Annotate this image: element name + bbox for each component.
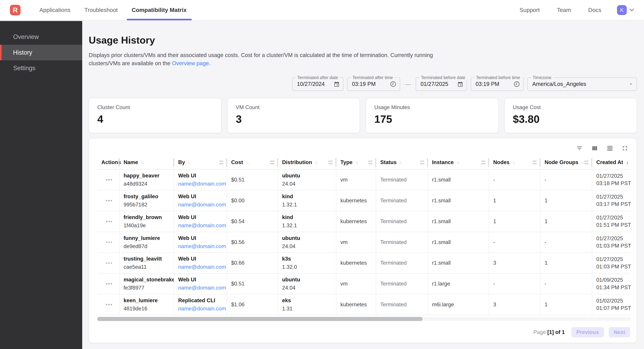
col-label: Actions bbox=[101, 159, 121, 165]
terminated-before-date-field[interactable]: Terminated before date 01/27/2025 bbox=[416, 77, 467, 91]
sidebar-item-settings[interactable]: Settings bbox=[0, 60, 82, 76]
col-header-name[interactable]: Name↑↓ bbox=[120, 156, 174, 169]
cell-email-link[interactable]: name@domain.com bbox=[178, 202, 224, 208]
clock-icon[interactable] bbox=[390, 81, 396, 87]
cell-status: Terminated bbox=[380, 260, 425, 266]
row-actions-button[interactable] bbox=[97, 170, 120, 190]
column-menu-icon[interactable] bbox=[219, 161, 224, 164]
cell-by: Web UI bbox=[178, 256, 224, 262]
cell-created-time: 01:07 PM PST bbox=[596, 305, 629, 312]
row-actions-button[interactable] bbox=[97, 253, 120, 273]
cell-name: keen_lumiere bbox=[124, 298, 171, 304]
replicated-logo[interactable]: R bbox=[10, 5, 20, 15]
cell-email-link[interactable]: name@domain.com bbox=[178, 306, 224, 312]
top-nav-tabs: Applications Troubleshoot Compatibility … bbox=[34, 0, 196, 20]
col-header-distribution[interactable]: Distribution↑↓ bbox=[278, 156, 336, 169]
col-header-instance[interactable]: Instance↑↓ bbox=[428, 156, 489, 169]
sort-arrows-icon[interactable]: ↑↓ bbox=[512, 160, 515, 165]
col-header-type[interactable]: Type↑↓ bbox=[336, 156, 376, 169]
cell-status: Terminated bbox=[380, 239, 425, 245]
sort-arrows-icon[interactable]: ↑↓ bbox=[314, 160, 317, 165]
calendar-icon[interactable] bbox=[334, 81, 340, 87]
horizontal-scrollbar-thumb[interactable] bbox=[97, 317, 422, 321]
timezone-label: Timezone bbox=[531, 75, 553, 80]
column-menu-icon[interactable] bbox=[481, 161, 486, 164]
terminated-after-date-field[interactable]: Terminated after date 10/27/2024 bbox=[292, 77, 343, 91]
row-actions-button[interactable] bbox=[97, 294, 120, 315]
column-menu-icon[interactable] bbox=[368, 161, 372, 164]
terminated-before-time-field[interactable]: Terminated before time 03:19 PM bbox=[471, 77, 524, 91]
cell-node-groups: 1 bbox=[544, 302, 589, 308]
chevron-down-icon[interactable] bbox=[629, 8, 634, 11]
terminated-after-date-label: Terminated after date bbox=[296, 75, 340, 80]
stat-label: Usage Cost bbox=[513, 104, 628, 110]
top-navigation-bar: R Applications Troubleshoot Compatibilit… bbox=[0, 0, 644, 20]
filter-icon[interactable] bbox=[576, 145, 583, 152]
column-menu-icon[interactable] bbox=[270, 161, 274, 164]
cell-email-link[interactable]: name@domain.com bbox=[178, 264, 224, 270]
density-icon[interactable] bbox=[606, 145, 614, 152]
col-header-status[interactable]: Status↑↓ bbox=[376, 156, 428, 169]
tab-applications[interactable]: Applications bbox=[34, 0, 75, 20]
sort-arrows-icon[interactable]: ↑↓ bbox=[581, 160, 584, 165]
columns-icon[interactable] bbox=[591, 145, 598, 152]
cell-email-link[interactable]: name@domain.com bbox=[178, 223, 224, 229]
sort-arrows-icon[interactable]: ↑↓ bbox=[399, 160, 402, 165]
cell-email-link[interactable]: name@domain.com bbox=[178, 243, 224, 250]
col-label: Nodes bbox=[493, 159, 510, 165]
col-header-by[interactable]: By↑↓ bbox=[174, 156, 227, 169]
clock-icon[interactable] bbox=[514, 81, 520, 87]
cell-distribution: kind bbox=[282, 214, 334, 220]
col-label: Name bbox=[124, 159, 138, 165]
fullscreen-icon[interactable] bbox=[622, 145, 628, 152]
cell-email-link[interactable]: name@domain.com bbox=[178, 181, 224, 187]
column-menu-icon[interactable] bbox=[584, 161, 588, 164]
column-menu-icon[interactable] bbox=[532, 161, 537, 164]
sidebar-item-history[interactable]: History bbox=[0, 45, 82, 60]
link-team[interactable]: Team bbox=[557, 7, 571, 13]
col-header-nodes[interactable]: Nodes↑↓ bbox=[489, 156, 540, 169]
dropdown-arrow-icon[interactable] bbox=[628, 82, 634, 87]
page-description: Displays prior clusters/VMs and their as… bbox=[89, 51, 637, 67]
stat-value: 4 bbox=[97, 113, 213, 125]
sort-arrows-icon[interactable]: ↑↓ bbox=[140, 160, 143, 165]
sort-arrows-icon[interactable]: ↑↓ bbox=[355, 160, 358, 165]
col-header-cost[interactable]: Cost↑↓ bbox=[227, 156, 278, 169]
cell-created-time: 01:51 PM PST bbox=[596, 222, 629, 228]
sort-arrows-icon[interactable]: ↑↓ bbox=[246, 160, 248, 165]
column-menu-icon[interactable] bbox=[328, 161, 332, 164]
tab-troubleshoot[interactable]: Troubleshoot bbox=[80, 0, 123, 20]
overview-page-link[interactable]: Overview page bbox=[172, 60, 209, 66]
sort-arrows-icon[interactable]: ↑↓ bbox=[456, 160, 459, 165]
cell-created-time: 01:03 PM PST bbox=[596, 264, 629, 270]
col-header-node-groups[interactable]: Node Groups↑↓ bbox=[540, 156, 592, 169]
row-actions-button[interactable] bbox=[97, 274, 120, 294]
cell-version: 1.32.1 bbox=[282, 223, 334, 229]
cell-cost: $0.66 bbox=[231, 260, 275, 266]
row-actions-button[interactable] bbox=[97, 190, 120, 211]
row-actions-button[interactable] bbox=[97, 211, 120, 232]
timezone-select[interactable]: Timezone America/Los_Angeles bbox=[528, 77, 637, 91]
tab-compatibility-matrix[interactable]: Compatibility Matrix bbox=[127, 0, 192, 20]
terminated-after-time-field[interactable]: Terminated after time 03:19 PM bbox=[347, 77, 400, 91]
previous-page-button[interactable]: Previous bbox=[571, 327, 604, 338]
stats-row: Cluster Count 4 VM Count 3 Usage Minutes… bbox=[89, 98, 637, 133]
sidebar-item-overview[interactable]: Overview bbox=[0, 29, 82, 45]
column-menu-icon[interactable] bbox=[420, 161, 424, 164]
horizontal-scrollbar-track[interactable] bbox=[97, 317, 630, 321]
cell-nodes: 3 bbox=[493, 302, 538, 308]
next-page-button[interactable]: Next bbox=[609, 327, 630, 338]
link-docs[interactable]: Docs bbox=[588, 7, 602, 13]
user-avatar[interactable]: K bbox=[617, 5, 627, 15]
col-header-created-at[interactable]: Created At↓ bbox=[592, 156, 631, 169]
link-support[interactable]: Support bbox=[520, 7, 540, 13]
cell-email-link[interactable]: name@domain.com bbox=[178, 285, 224, 291]
calendar-icon[interactable] bbox=[457, 81, 463, 87]
cell-id: 1f40a19e bbox=[124, 223, 171, 229]
sort-arrows-icon[interactable]: ↑↓ bbox=[188, 160, 190, 165]
cell-name: funny_lumiere bbox=[124, 235, 171, 241]
table-row: funny_lumierede9ed87d Web UIname@domain.… bbox=[97, 232, 630, 253]
row-actions-button[interactable] bbox=[97, 232, 120, 253]
col-label: Distribution bbox=[282, 159, 312, 165]
sorted-desc-arrow-icon[interactable]: ↓ bbox=[626, 159, 629, 165]
